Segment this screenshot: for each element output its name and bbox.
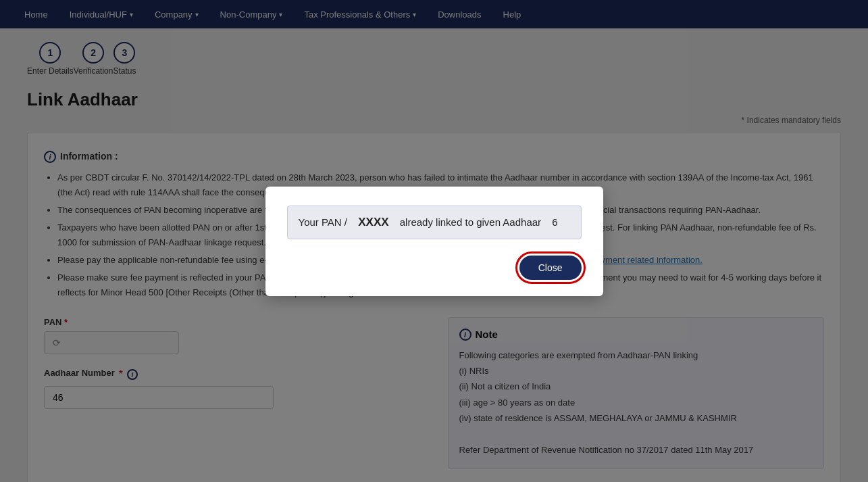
modal: Your PAN / XXXX already linked to given … bbox=[265, 187, 603, 296]
modal-suffix: already linked to given Aadhaar bbox=[400, 216, 541, 228]
modal-overlay: Your PAN / XXXX already linked to given … bbox=[0, 0, 868, 482]
modal-prefix: Your PAN / bbox=[299, 216, 348, 228]
modal-footer: Close bbox=[287, 256, 582, 280]
modal-pan: XXXX bbox=[358, 216, 388, 229]
close-button[interactable]: Close bbox=[519, 256, 582, 280]
modal-message: Your PAN / XXXX already linked to given … bbox=[287, 206, 582, 239]
modal-code: 6 bbox=[552, 216, 557, 228]
